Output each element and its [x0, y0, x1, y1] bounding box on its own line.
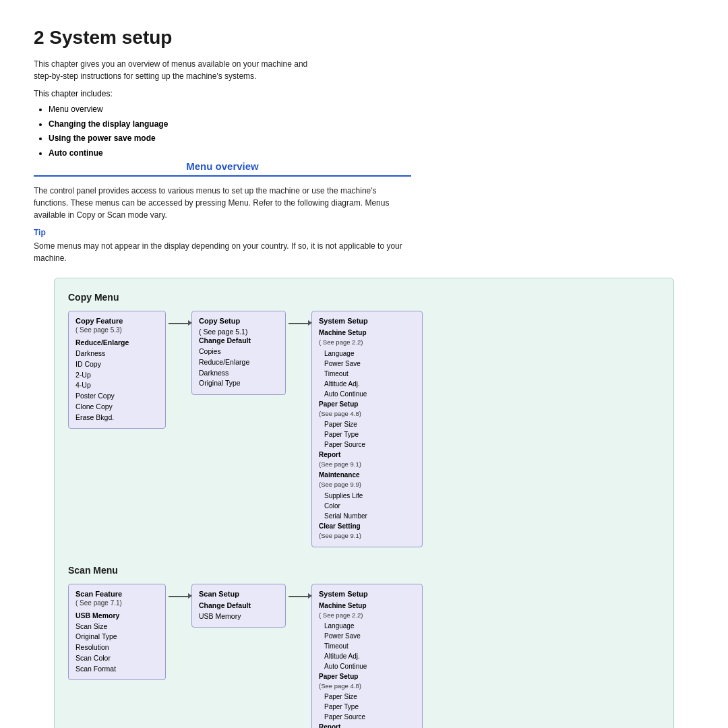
- scan-feature-item: USB Memory: [75, 611, 158, 621]
- includes-list: Menu overview Changing the display langu…: [34, 102, 324, 160]
- copy-menu-row: Copy Feature ( See page 5.3) Reduce/Enla…: [68, 311, 660, 547]
- copy-feature-item: Erase Bkgd.: [75, 413, 158, 423]
- tip-text: Some menus may not appear in the display…: [34, 240, 411, 264]
- copy-setup-item: Change Default: [199, 336, 278, 346]
- copy-system-item: Language: [319, 348, 415, 359]
- arrow-line: [289, 596, 309, 597]
- tip-label: Tip: [34, 228, 411, 237]
- scan-system-box: System Setup Machine Setup ( See page 2.…: [311, 584, 423, 728]
- copy-feature-subtitle: ( See page 5.3): [75, 326, 158, 334]
- scan-feature-item: Scan Format: [75, 664, 158, 675]
- arrow-scan-setup-system: [286, 596, 311, 597]
- copy-system-clear-label: Clear Setting: [319, 521, 415, 531]
- copy-system-paper-label: Paper Setup: [319, 399, 415, 409]
- copy-system-report-label: Report: [319, 450, 415, 460]
- scan-feature-subtitle: ( See page 7.1): [75, 599, 158, 607]
- copy-system-item: Serial Number: [319, 511, 415, 521]
- copy-setup-item: Original Type: [199, 378, 278, 389]
- copy-system-clear-sub: (See page 9.1): [319, 531, 415, 540]
- copy-feature-item: Reduce/Enlarge: [75, 338, 158, 348]
- copy-system-maint-label: Maintenance: [319, 470, 415, 480]
- scan-system-item: Auto Continue: [319, 661, 415, 671]
- list-item: Menu overview: [49, 102, 324, 117]
- copy-menu-label: Copy Menu: [68, 292, 660, 303]
- copy-system-item: Supplies Life: [319, 491, 415, 501]
- copy-system-maint-sub: (See page 9.9): [319, 480, 415, 489]
- copy-setup-item: Reduce/Enlarge: [199, 357, 278, 368]
- copy-feature-item: ID Copy: [75, 359, 158, 370]
- scan-system-title: System Setup: [319, 590, 415, 598]
- scan-system-item: Timeout: [319, 641, 415, 651]
- copy-feature-item: Clone Copy: [75, 402, 158, 413]
- copy-setup-title: Copy Setup: [199, 317, 278, 325]
- copy-system-item: Paper Size: [319, 419, 415, 429]
- scan-system-paper-label: Paper Setup: [319, 671, 415, 681]
- menu-diagram: Copy Menu Copy Feature ( See page 5.3) R…: [54, 278, 674, 728]
- copy-setup-item: Darkness: [199, 368, 278, 379]
- includes-label: This chapter includes:: [34, 89, 324, 98]
- scan-setup-item: USB Memory: [199, 611, 278, 622]
- copy-system-item: Altitude Adj.: [319, 379, 415, 389]
- scan-feature-box: Scan Feature ( See page 7.1) USB Memory …: [68, 584, 166, 681]
- scan-system-machine-label: Machine Setup: [319, 601, 415, 611]
- scan-system-machine-sub: ( See page 2.2): [319, 611, 415, 619]
- chapter-number: 2: [34, 27, 44, 48]
- copy-feature-item: Poster Copy: [75, 391, 158, 402]
- copy-system-title: System Setup: [319, 317, 415, 325]
- copy-system-box: System Setup Machine Setup ( See page 2.…: [311, 311, 423, 547]
- menu-overview-title: Menu overview: [34, 160, 411, 177]
- list-item: Using the power save mode: [49, 131, 324, 146]
- scan-system-item: Paper Source: [319, 712, 415, 722]
- list-item: Changing the display language: [49, 117, 324, 132]
- scan-menu-row: Scan Feature ( See page 7.1) USB Memory …: [68, 584, 660, 728]
- copy-system-item: Color: [319, 501, 415, 511]
- arrow-copy-setup-system: [286, 323, 311, 324]
- copy-setup-box: Copy Setup ( See page 5.1) Change Defaul…: [191, 311, 286, 395]
- scan-feature-title: Scan Feature: [75, 590, 158, 598]
- chapter-title: 2 System setup: [34, 27, 324, 49]
- copy-feature-item: 4-Up: [75, 380, 158, 391]
- copy-system-machine-sub: ( See page 2.2): [319, 338, 415, 346]
- scan-setup-title: Scan Setup: [199, 590, 278, 598]
- copy-feature-item: Darkness: [75, 348, 158, 359]
- copy-system-paper-sub: (See page 4.8): [319, 409, 415, 418]
- diagram-area: Copy Menu Copy Feature ( See page 5.3) R…: [34, 278, 694, 728]
- scan-setup-item: Change Default: [199, 601, 278, 611]
- scan-system-paper-sub: (See page 4.8): [319, 681, 415, 690]
- copy-feature-title: Copy Feature: [75, 317, 158, 325]
- arrow-line: [169, 596, 189, 597]
- scan-feature-item: Resolution: [75, 642, 158, 653]
- scan-system-item: Paper Size: [319, 692, 415, 702]
- scan-setup-box: Scan Setup Change Default USB Memory: [191, 584, 286, 628]
- list-item: Auto continue: [49, 146, 324, 161]
- scan-system-item: Paper Type: [319, 702, 415, 712]
- copy-system-item: Paper Source: [319, 439, 415, 450]
- left-column: 2 System setup This chapter gives you an…: [34, 27, 344, 160]
- copy-system-item: Power Save: [319, 359, 415, 369]
- copy-system-item: Paper Type: [319, 429, 415, 439]
- scan-feature-item: Scan Color: [75, 653, 158, 664]
- copy-setup-item: Copies: [199, 346, 278, 357]
- arrow-scan-feature-setup: [166, 596, 191, 597]
- scan-system-item: Altitude Adj.: [319, 651, 415, 661]
- right-column: Menu overview The control panel provides…: [34, 160, 411, 264]
- copy-feature-item: 2-Up: [75, 370, 158, 381]
- scan-feature-item: Scan Size: [75, 621, 158, 632]
- intro-text: This chapter gives you an overview of me…: [34, 58, 324, 82]
- scan-feature-item: Original Type: [75, 632, 158, 642]
- copy-system-item: Timeout: [319, 369, 415, 379]
- chapter-title-text: System setup: [49, 27, 172, 48]
- arrow-copy-feature-setup: [166, 323, 191, 324]
- overview-text: The control panel provides access to var…: [34, 185, 411, 221]
- arrow-line: [169, 323, 189, 324]
- copy-system-item: Auto Continue: [319, 389, 415, 399]
- copy-setup-subtitle: ( See page 5.1): [199, 328, 278, 336]
- scan-system-report-label: Report: [319, 722, 415, 728]
- scan-system-item: Power Save: [319, 631, 415, 641]
- scan-system-item: Language: [319, 621, 415, 631]
- arrow-line: [289, 323, 309, 324]
- copy-feature-box: Copy Feature ( See page 5.3) Reduce/Enla…: [68, 311, 166, 429]
- copy-system-machine-label: Machine Setup: [319, 328, 415, 338]
- copy-system-report-sub: (See page 9.1): [319, 460, 415, 468]
- scan-menu-label: Scan Menu: [68, 565, 660, 576]
